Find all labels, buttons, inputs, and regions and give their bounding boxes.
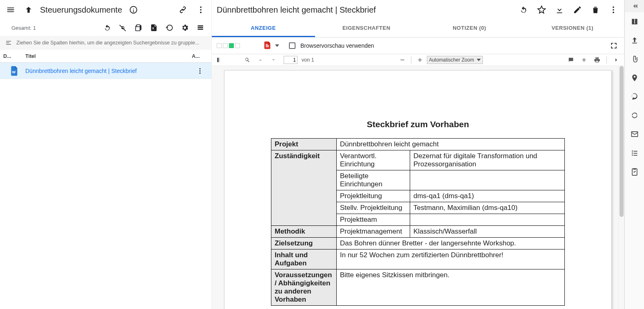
cell-sublabel: Stellv. Projektleitung	[337, 202, 410, 214]
upload-icon[interactable]	[625, 31, 644, 50]
add-icon[interactable]	[579, 55, 589, 65]
gear-icon[interactable]	[178, 21, 192, 35]
pdf-rail-icon[interactable]	[625, 87, 644, 106]
svg-rect-11	[217, 58, 219, 62]
pdf-icon[interactable]	[263, 41, 272, 51]
svg-point-5	[200, 68, 201, 69]
scrollbar[interactable]	[618, 66, 624, 309]
zoom-in-icon[interactable]	[415, 55, 425, 65]
row-title[interactable]: Dünnbrettbohren leicht gemacht | Steckbr…	[22, 68, 189, 74]
chevron-right-icon[interactable]	[611, 55, 622, 65]
content-header: Dünnbrettbohren leicht gemacht | Steckbr…	[212, 0, 624, 20]
color-palette[interactable]	[217, 43, 240, 48]
browser-preview-label: Browservorschau verwenden	[300, 42, 374, 49]
steckbrief-table: Projekt Dünnbrettbohren leicht gemacht Z…	[271, 138, 565, 306]
list-view-icon[interactable]	[193, 21, 207, 35]
pdf-scroll-area[interactable]: Steckbrief zum Vorhaben Projekt Dünnbret…	[212, 66, 624, 309]
table-row[interactable]: W Dünnbrettbohren leicht gemacht | Steck…	[0, 63, 211, 79]
more-vert-icon[interactable]	[193, 2, 209, 18]
cell-value: Dünnbrettbohren leicht gemacht	[337, 139, 565, 150]
tab-anzeige[interactable]: ANZEIGE	[212, 20, 315, 37]
location-icon[interactable]	[625, 68, 644, 87]
cell-value	[410, 170, 565, 190]
zoom-select[interactable]: Automatischer Zoom	[427, 56, 483, 64]
content-more-icon[interactable]	[605, 2, 622, 18]
pdf-caret-icon[interactable]	[275, 42, 279, 49]
thumbnails-icon[interactable]	[214, 55, 225, 65]
swatch[interactable]	[223, 43, 228, 48]
menu-icon[interactable]	[2, 2, 19, 18]
attachment-icon[interactable]	[625, 50, 644, 68]
tab-versionen[interactable]: VERSIONEN (1)	[521, 20, 624, 37]
info-icon[interactable]	[125, 2, 142, 18]
prev-page-icon[interactable]	[255, 55, 266, 65]
book-icon[interactable]	[625, 12, 644, 31]
checklist-icon[interactable]	[625, 143, 644, 162]
zoom-value: Automatischer Zoom	[429, 57, 474, 63]
total-count: Gesamt: 1	[4, 25, 39, 31]
left-subbar: Gesamt: 1 X	[0, 20, 211, 36]
mail-icon[interactable]	[625, 125, 644, 143]
cell-value: Testmann, Maximilian (dms-qa10)	[410, 202, 565, 214]
cell-value	[410, 214, 565, 226]
cell-label: Zielsetzung	[271, 238, 337, 249]
history-icon[interactable]	[162, 21, 176, 35]
row-more-icon[interactable]	[194, 65, 206, 77]
swatch[interactable]	[235, 43, 240, 48]
reload-icon[interactable]	[515, 2, 532, 18]
left-title: Steuerungsdokumente	[38, 5, 124, 15]
cell-label: Voraussetzungen / Abhängigkeiten zu ande…	[271, 269, 337, 306]
cell-sublabel: Projektleitung	[337, 190, 410, 202]
pdf-toolbar: von 1 Automatischer Zoom	[212, 54, 624, 66]
sync-icon[interactable]	[625, 106, 644, 125]
column-headers: D... Titel A...	[0, 50, 211, 63]
svg-point-0	[200, 7, 202, 8]
doc-heading: Steckbrief zum Vorhaben	[257, 119, 579, 129]
page-number-input[interactable]	[284, 56, 298, 64]
clipboard-icon[interactable]	[131, 21, 145, 35]
link-icon[interactable]	[175, 2, 191, 18]
svg-rect-13	[400, 60, 404, 60]
cell-value: Das Bohren dünner Bretter - der langerse…	[337, 238, 565, 249]
next-page-icon[interactable]	[268, 55, 279, 65]
group-hint-text: Ziehen Sie die Spalten hierhin, um die a…	[16, 40, 199, 46]
cell-sublabel: Verantwortl. Einrichtung	[337, 150, 410, 170]
edit-icon[interactable]	[569, 2, 586, 18]
star-icon[interactable]	[533, 2, 550, 18]
group-by-bar[interactable]: Ziehen Sie die Spalten hierhin, um die a…	[0, 36, 211, 50]
col-d[interactable]: D...	[0, 53, 22, 59]
swatch[interactable]	[217, 43, 222, 48]
svg-text:W: W	[12, 70, 16, 74]
collapse-rail-icon[interactable]	[625, 0, 644, 12]
pdf-page: Steckbrief zum Vorhaben Projekt Dünnbret…	[224, 70, 612, 309]
right-rail	[624, 0, 644, 309]
swatch[interactable]	[229, 43, 234, 48]
browser-preview-checkbox[interactable]	[289, 42, 295, 49]
delete-icon[interactable]	[587, 2, 604, 18]
tab-notizen[interactable]: NOTIZEN (0)	[418, 20, 521, 37]
unlink-icon[interactable]	[116, 21, 130, 35]
svg-point-1	[200, 9, 202, 11]
clipboard-rail-icon[interactable]	[625, 162, 644, 181]
export-icon[interactable]: X	[147, 21, 161, 35]
cell-value: dms-qa1 (dms-qa1)	[410, 190, 565, 202]
left-header: Steuerungsdokumente	[0, 0, 211, 20]
up-icon[interactable]	[20, 2, 37, 18]
tab-eigenschaften[interactable]: EIGENSCHAFTEN	[315, 20, 418, 37]
fullscreen-icon[interactable]	[607, 39, 621, 53]
refresh-icon[interactable]	[100, 21, 114, 35]
cell-value: Klassisch/Wasserfall	[410, 226, 565, 238]
preview-bar: Browservorschau verwenden	[212, 38, 624, 54]
col-a[interactable]: A...	[189, 53, 211, 59]
search-icon[interactable]	[242, 55, 253, 65]
col-title[interactable]: Titel	[22, 53, 189, 59]
print-icon[interactable]	[592, 55, 602, 65]
download-icon[interactable]	[551, 2, 568, 18]
cell-label: Zuständigkeit	[271, 150, 337, 226]
content-title: Dünnbrettbohren leicht gemacht | Steckbr…	[214, 5, 514, 15]
comment-icon[interactable]	[566, 55, 576, 65]
svg-rect-17	[584, 58, 584, 62]
zoom-out-icon[interactable]	[397, 55, 408, 65]
cell-sublabel: Beteiligte Einrichtungen	[337, 170, 410, 190]
cell-label: Methodik	[271, 226, 337, 238]
